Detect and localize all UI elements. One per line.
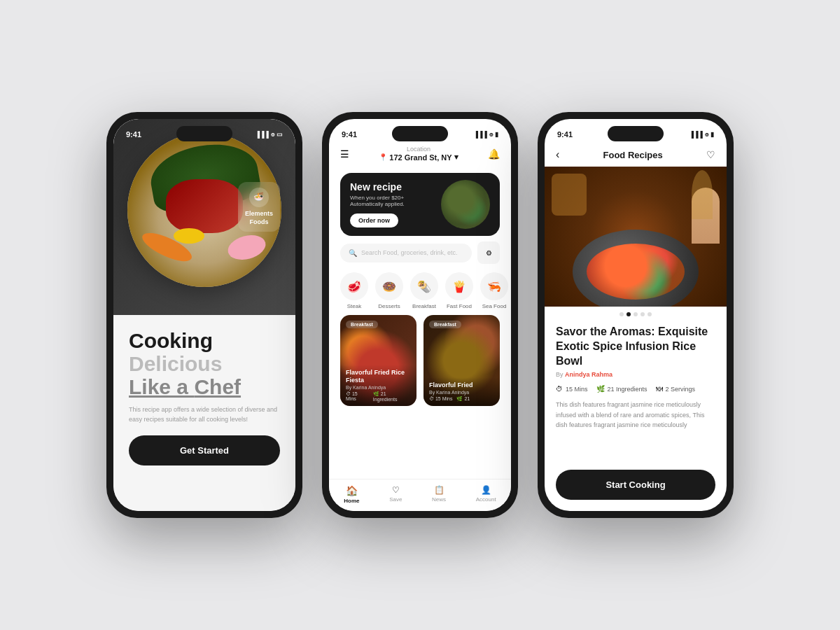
account-icon: 👤 xyxy=(481,485,491,495)
category-seafood-label: Sea Food xyxy=(482,303,507,309)
nav-save[interactable]: ♡ Save xyxy=(389,485,402,504)
signal-icon: ▐▐▐ xyxy=(255,131,269,138)
category-desserts[interactable]: 🍩 Desserts xyxy=(375,272,403,309)
skillet-food xyxy=(587,244,685,300)
banner-subtitle: When you order $20+ Automatically applie… xyxy=(350,195,405,207)
card2-ingredients: 🌿 21 xyxy=(456,396,470,402)
search-input[interactable]: Search Food, groceries, drink, etc. xyxy=(361,249,458,256)
recipe-description: This dish features fragrant jasmine rice… xyxy=(556,400,715,430)
status-time-3: 9:41 xyxy=(557,130,573,139)
order-now-button[interactable]: Order now xyxy=(350,214,398,227)
image-dots-indicator xyxy=(545,307,727,319)
recipe-hero-image xyxy=(545,167,727,307)
location-center: Location 📍 172 Grand St, NY ▾ xyxy=(379,146,458,162)
phones-container: 🍜 Elements Foods 9:41 ▐▐▐ ⌾ ▭ Cooking De… xyxy=(78,84,762,546)
card1-title: Flavorful Fried Rice Fiesta xyxy=(346,369,411,384)
splash-content: Cooking Delicious Like a Chef This recip… xyxy=(113,315,295,511)
wifi-icon: ⌾ xyxy=(271,131,274,138)
category-fastfood[interactable]: 🍟 Fast Food xyxy=(445,272,473,309)
filter-button[interactable]: ⚙ xyxy=(477,241,500,264)
news-icon: 📋 xyxy=(434,485,444,495)
category-steak[interactable]: 🥩 Steak xyxy=(340,272,368,309)
category-fastfood-label: Fast Food xyxy=(447,303,472,309)
category-breakfast-label: Breakfast xyxy=(412,303,436,309)
signal-icon-2: ▐▐▐ xyxy=(474,131,487,138)
category-seafood[interactable]: 🦐 Sea Food xyxy=(480,272,508,309)
categories-row: 🥩 Steak 🍩 Desserts 🌯 Breakfast 🍟 Fast Fo… xyxy=(329,270,511,315)
food-card-2[interactable]: Breakfast Flavorful Fried By Karina Anin… xyxy=(424,315,500,406)
card1-ingredients: 🌿 21 Ingredients xyxy=(373,391,411,402)
stat-time: ⏱ 15 Mins xyxy=(556,385,588,393)
recipe-content: Savor the Aromas: Exquisite Exotic Spice… xyxy=(545,319,727,447)
card2-author: By Karina Anindya xyxy=(429,390,494,395)
ingredients-icon: 🌿 xyxy=(596,385,605,393)
card1-time: ⏱ 15 Mins xyxy=(346,391,369,402)
wifi-icon-3: ⌾ xyxy=(705,131,708,138)
dynamic-island-3 xyxy=(608,126,664,141)
favorite-heart-icon[interactable]: ♡ xyxy=(706,149,715,160)
headline-delicious: Delicious xyxy=(129,352,280,375)
seafood-icon: 🦐 xyxy=(480,272,508,300)
status-time-2: 9:41 xyxy=(342,130,357,139)
dot-4 xyxy=(640,312,645,316)
headline-chef: Like a Chef xyxy=(129,375,280,398)
location-label: Location xyxy=(379,146,458,153)
nav-news[interactable]: 📋 News xyxy=(432,485,446,504)
search-box[interactable]: 🔍 Search Food, groceries, drink, etc. xyxy=(340,244,472,262)
nav-account-label: Account xyxy=(476,496,496,503)
category-steak-label: Steak xyxy=(347,303,361,309)
wifi-icon-2: ⌾ xyxy=(489,131,493,138)
servings-icon: 🍽 xyxy=(656,385,663,393)
battery-icon: ▭ xyxy=(276,131,283,138)
battery-icon-3: ▮ xyxy=(710,131,714,138)
back-button[interactable]: ‹ xyxy=(556,148,559,161)
phone-splash: 🍜 Elements Foods 9:41 ▐▐▐ ⌾ ▭ Cooking De… xyxy=(106,112,302,518)
card1-meta: ⏱ 15 Mins 🌿 21 Ingredients xyxy=(346,391,411,402)
nav-home[interactable]: 🏠 Home xyxy=(344,485,359,504)
status-icons-1: ▐▐▐ ⌾ ▭ xyxy=(255,131,283,138)
recipe-page-title: Food Recipes xyxy=(603,150,663,160)
stat-servings-value: 2 Servings xyxy=(666,386,696,393)
elements-foods-badge: 🍜 Elements Foods xyxy=(238,182,280,232)
bottom-navigation: 🏠 Home ♡ Save 📋 News 👤 Account xyxy=(329,479,511,511)
battery-icon-2: ▮ xyxy=(495,131,498,138)
author-name: Anindya Rahma xyxy=(565,371,612,378)
status-icons-3: ▐▐▐ ⌾ ▮ xyxy=(690,131,714,138)
home-header: ☰ Location 📍 172 Grand St, NY ▾ 🔔 xyxy=(329,146,511,167)
start-cooking-button[interactable]: Start Cooking xyxy=(556,470,715,500)
notification-bell-icon[interactable]: 🔔 xyxy=(488,148,500,160)
promo-banner: New recipe When you order $20+ Automatic… xyxy=(340,173,500,236)
steak-icon: 🥩 xyxy=(340,272,368,300)
get-started-button[interactable]: Get Started xyxy=(129,435,280,465)
menu-icon[interactable]: ☰ xyxy=(340,148,349,160)
category-breakfast[interactable]: 🌯 Breakfast xyxy=(410,272,438,309)
card2-badge: Breakfast xyxy=(429,321,461,328)
location-row: ☰ Location 📍 172 Grand St, NY ▾ 🔔 xyxy=(340,146,500,162)
card1-badge: Breakfast xyxy=(346,321,378,328)
card1-info: Flavorful Fried Rice Fiesta By Karina An… xyxy=(340,365,416,406)
skillet-image xyxy=(573,230,699,307)
card2-meta: ⏱ 15 Mins 🌿 21 xyxy=(429,396,494,402)
recipe-author: By Anindya Rahma xyxy=(556,371,715,378)
fastfood-icon: 🍟 xyxy=(445,272,473,300)
nav-account[interactable]: 👤 Account xyxy=(476,485,496,504)
location-value: 📍 172 Grand St, NY ▾ xyxy=(379,153,458,162)
recipe-main-title: Savor the Aromas: Exquisite Exotic Spice… xyxy=(556,325,715,368)
card1-author: By Karina Anindya xyxy=(346,385,411,390)
nav-news-label: News xyxy=(432,496,446,503)
search-row: 🔍 Search Food, groceries, drink, etc. ⚙ xyxy=(340,241,500,264)
chevron-down-icon[interactable]: ▾ xyxy=(454,153,458,162)
category-desserts-label: Desserts xyxy=(378,303,400,309)
splash-description: This recipe app offers a wide selection … xyxy=(129,405,280,424)
dot-3 xyxy=(634,312,638,316)
recipe-header: ‹ Food Recipes ♡ xyxy=(545,146,727,167)
save-icon: ♡ xyxy=(392,485,400,495)
card2-time: ⏱ 15 Mins xyxy=(429,396,452,402)
timer-icon: ⏱ xyxy=(556,385,563,393)
stat-servings: 🍽 2 Servings xyxy=(656,385,696,393)
desserts-icon: 🍩 xyxy=(375,272,403,300)
recipe-stats: ⏱ 15 Mins 🌿 21 Ingredients 🍽 2 Servings xyxy=(556,385,715,393)
status-time-1: 9:41 xyxy=(126,130,141,139)
food-card-1[interactable]: Breakfast Flavorful Fried Rice Fiesta By… xyxy=(340,315,416,406)
banner-text: New recipe When you order $20+ Automatic… xyxy=(350,181,405,227)
